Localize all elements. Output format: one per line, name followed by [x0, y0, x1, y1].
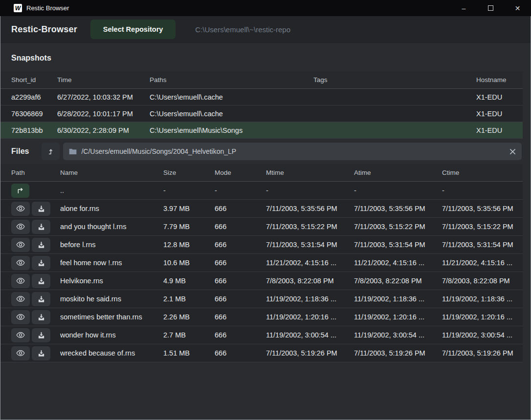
column-header-mode: Mode — [215, 169, 266, 176]
snapshot-row[interactable]: 72b813bb 6/30/2022, 2:28:09 PM C:\Users\… — [0, 122, 523, 139]
column-header-time: Time — [57, 76, 150, 84]
file-name: moskito he said.rns — [60, 295, 163, 303]
file-atime: 7/11/2003, 5:31:54 PM — [354, 241, 442, 249]
file-name: alone for.rns — [60, 205, 163, 212]
download-file-button[interactable] — [32, 202, 50, 216]
file-mtime: 11/19/2002, 1:20:16 ... — [266, 313, 354, 321]
file-row: and you thought l.rns 7.79 MB 666 7/11/2… — [0, 218, 523, 236]
download-icon — [38, 277, 45, 285]
download-icon — [38, 223, 45, 231]
file-ctime: 7/8/2003, 8:22:08 PM — [442, 277, 523, 285]
file-atime: 7/11/2003, 5:15:22 PM — [354, 223, 442, 231]
file-atime: 11/19/2002, 1:20:16 ... — [354, 313, 442, 321]
column-header-name: Name — [60, 169, 163, 176]
file-row: wonder how it.rns 2.7 MB 666 11/19/2002,… — [0, 326, 523, 344]
file-mode: 666 — [215, 223, 266, 231]
file-mode: 666 — [215, 349, 266, 357]
select-repository-button[interactable]: Select Repository — [90, 20, 176, 39]
download-file-button[interactable] — [32, 346, 50, 360]
parent-ctime: - — [442, 187, 523, 194]
preview-file-button[interactable] — [11, 274, 30, 288]
snapshot-row[interactable]: 76306869 6/28/2022, 10:01:17 PM C:\Users… — [0, 105, 523, 122]
eye-icon — [16, 295, 25, 302]
file-mode: 666 — [215, 205, 266, 212]
go-parent-directory-button[interactable] — [11, 184, 29, 198]
preview-file-button[interactable] — [11, 346, 30, 360]
column-header-short-id: Short_id — [11, 76, 57, 84]
download-file-button[interactable] — [32, 256, 50, 270]
snapshot-time: 6/28/2022, 10:01:17 PM — [57, 110, 150, 118]
eye-icon — [16, 205, 25, 212]
minimize-icon[interactable]: – — [450, 0, 477, 16]
file-mtime: 7/11/2003, 5:15:22 PM — [266, 223, 354, 231]
app-logo-icon: W — [14, 4, 22, 12]
file-ctime: 7/11/2003, 5:19:26 PM — [442, 349, 523, 357]
snapshot-short-id: 72b813bb — [11, 126, 57, 134]
file-mtime: 7/11/2003, 5:31:54 PM — [266, 241, 354, 249]
file-size: 7.79 MB — [163, 223, 215, 231]
file-atime: 11/21/2002, 4:15:16 ... — [354, 259, 442, 267]
file-name: feel home now !.rns — [60, 259, 163, 267]
file-ctime: 11/19/2002, 3:00:54 ... — [442, 331, 523, 339]
download-file-button[interactable] — [32, 310, 50, 324]
file-mode: 666 — [215, 277, 266, 285]
current-path-bar[interactable]: /C/Users/emuell/Music/Songs/2004_Helveti… — [63, 143, 522, 160]
download-file-button[interactable] — [32, 274, 50, 288]
preview-file-button[interactable] — [11, 220, 30, 234]
download-icon — [38, 205, 45, 212]
preview-file-button[interactable] — [11, 310, 30, 324]
file-ctime: 11/19/2002, 1:18:36 ... — [442, 295, 523, 303]
file-size: 10.6 MB — [163, 259, 215, 267]
close-icon[interactable]: ✕ — [504, 0, 531, 16]
level-up-button[interactable] — [42, 143, 60, 160]
eye-icon — [16, 241, 25, 248]
file-name: wrecked because of.rns — [60, 349, 163, 357]
parent-size: - — [163, 187, 215, 194]
preview-file-button[interactable] — [11, 328, 30, 342]
file-atime: 11/19/2002, 3:00:54 ... — [354, 331, 442, 339]
download-file-button[interactable] — [32, 238, 50, 252]
preview-file-button[interactable] — [11, 202, 30, 216]
snapshot-short-id: a2299af6 — [11, 93, 57, 101]
titlebar: W Restic Browser – ✕ — [0, 0, 531, 16]
return-arrow-icon — [17, 187, 24, 194]
file-size: 3.97 MB — [163, 205, 215, 212]
file-mtime: 11/19/2002, 3:00:54 ... — [266, 331, 354, 339]
file-name: before l.rns — [60, 241, 163, 249]
preview-file-button[interactable] — [11, 292, 30, 306]
maximize-icon[interactable] — [477, 0, 504, 16]
download-icon — [38, 332, 45, 339]
download-file-button[interactable] — [32, 292, 50, 306]
preview-file-button[interactable] — [11, 256, 30, 270]
file-mode: 666 — [215, 331, 266, 339]
snapshot-row[interactable]: a2299af6 6/27/2022, 10:03:32 PM C:\Users… — [0, 89, 523, 105]
file-size: 2.7 MB — [163, 331, 215, 339]
snapshots-table-header: Short_id Time Paths Tags Hostname — [0, 71, 523, 89]
file-ctime: 7/11/2003, 5:31:54 PM — [442, 241, 523, 249]
file-atime: 7/11/2003, 5:35:56 PM — [354, 205, 442, 212]
file-ctime: 7/11/2003, 5:35:56 PM — [442, 205, 523, 212]
eye-icon — [16, 277, 25, 284]
parent-atime: - — [354, 187, 442, 194]
eye-icon — [16, 350, 25, 357]
file-size: 12.8 MB — [163, 241, 215, 249]
file-ctime: 11/21/2002, 4:15:16 ... — [442, 259, 523, 267]
level-up-icon — [47, 147, 55, 155]
files-table: Path Name Size Mode Mtime Atime Ctime .. — [0, 164, 523, 362]
download-icon — [38, 259, 45, 267]
download-icon — [38, 241, 45, 249]
download-file-button[interactable] — [32, 328, 50, 342]
file-mode: 666 — [215, 259, 266, 267]
file-size: 1.51 MB — [163, 349, 215, 357]
preview-file-button[interactable] — [11, 238, 30, 252]
clear-path-icon[interactable] — [509, 148, 516, 155]
download-icon — [38, 350, 45, 357]
page-title: Restic-Browser — [11, 24, 77, 35]
parent-directory-row: .. - - - - - — [0, 182, 523, 200]
column-header-hostname: Hostname — [476, 76, 523, 84]
file-name: wonder how it.rns — [60, 331, 163, 339]
file-mode: 666 — [215, 313, 266, 321]
snapshot-paths: C:\Users\emuell\.cache — [150, 110, 313, 118]
download-file-button[interactable] — [32, 220, 50, 234]
file-mode: 666 — [215, 295, 266, 303]
